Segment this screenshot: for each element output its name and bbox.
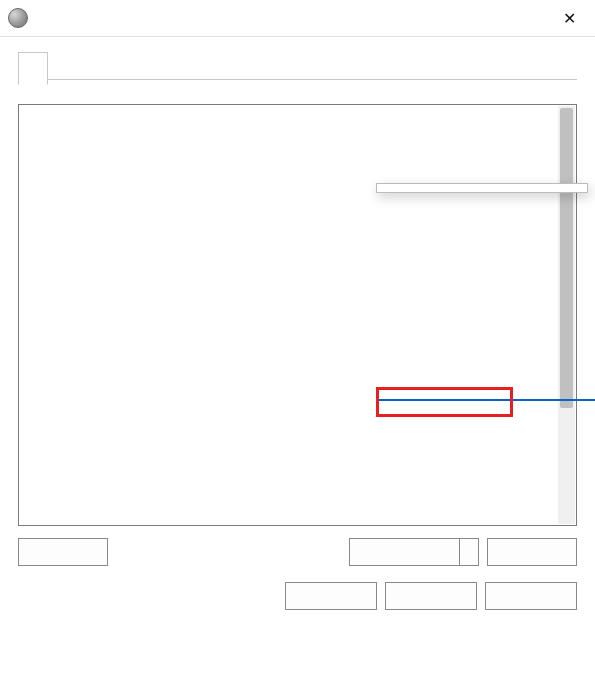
- tab-sounds[interactable]: [76, 51, 104, 82]
- scrollbar-thumb[interactable]: [560, 108, 573, 408]
- apply-button[interactable]: [485, 582, 577, 610]
- tabs: [18, 51, 577, 80]
- scrollbar[interactable]: [558, 106, 575, 524]
- tab-recording[interactable]: [48, 51, 76, 82]
- tab-playback[interactable]: [18, 52, 48, 85]
- tab-communications[interactable]: [104, 51, 132, 82]
- close-icon[interactable]: ✕: [551, 0, 587, 36]
- context-menu: [376, 183, 588, 193]
- cancel-button[interactable]: [385, 582, 477, 610]
- ok-button[interactable]: [285, 582, 377, 610]
- set-default-dropdown[interactable]: [459, 538, 479, 566]
- device-list: [18, 104, 577, 526]
- configure-button[interactable]: [18, 538, 108, 566]
- properties-button[interactable]: [487, 538, 577, 566]
- dialog-footer: [0, 566, 595, 624]
- app-icon: [8, 8, 28, 28]
- blue-line: [376, 399, 595, 401]
- set-default-button[interactable]: [349, 538, 459, 566]
- titlebar: ✕: [0, 0, 595, 37]
